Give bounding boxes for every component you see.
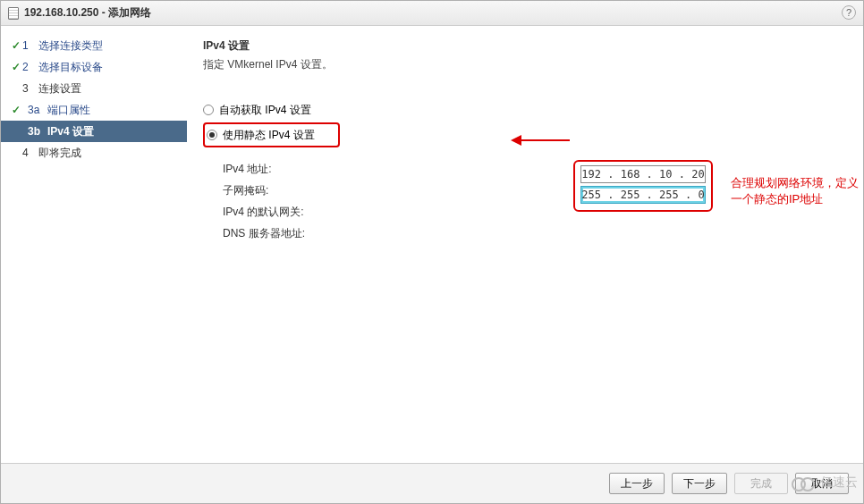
- input-subnet-mask[interactable]: 255 . 255 . 255 . 0: [580, 186, 706, 204]
- titlebar: 192.168.10.250 - 添加网络 ?: [1, 1, 863, 26]
- check-icon: ✓: [10, 104, 22, 116]
- annotation-box-radio: 使用静态 IPv4 设置: [203, 122, 340, 147]
- annotation-text: 合理规划网络环境，定义一个静态的IP地址: [731, 175, 863, 207]
- watermark-text: 亿速云: [820, 475, 858, 491]
- label-subnet-mask: 子网掩码:: [223, 183, 366, 198]
- step-num: 4: [22, 147, 38, 159]
- check-icon: ✓: [10, 39, 22, 52]
- watermark: 亿速云: [792, 475, 858, 491]
- step-label: IPv4 设置: [47, 124, 94, 139]
- radio-static-row[interactable]: 使用静态 IPv4 设置: [207, 126, 315, 144]
- step-label: 端口属性: [47, 103, 90, 118]
- svg-marker-1: [511, 135, 521, 146]
- step-num: 2: [22, 61, 38, 73]
- radio-auto-label: 自动获取 IPv4 设置: [219, 103, 311, 118]
- step-connection-settings[interactable]: 3 连接设置: [1, 78, 187, 99]
- label-dns-server: DNS 服务器地址:: [223, 226, 366, 241]
- step-connection-type[interactable]: ✓ 1 选择连接类型: [1, 35, 187, 56]
- radio-static-label: 使用静态 IPv4 设置: [223, 128, 315, 143]
- check-icon: ✓: [10, 61, 22, 73]
- window-title: 192.168.10.250 - 添加网络: [24, 5, 151, 21]
- content-pane: IPv4 设置 指定 VMkernel IPv4 设置。 自动获取 IPv4 设…: [187, 26, 863, 463]
- label-default-gateway: IPv4 的默认网关:: [223, 205, 366, 220]
- radio-auto-row[interactable]: 自动获取 IPv4 设置: [203, 101, 847, 119]
- dialog-body: ✓ 1 选择连接类型 ✓ 2 选择目标设备 3 连接设置 ✓ 3a 端口属性: [1, 26, 863, 464]
- step-port-properties[interactable]: ✓ 3a 端口属性: [1, 99, 187, 121]
- dialog-window: 192.168.10.250 - 添加网络 ? ✓ 1 选择连接类型 ✓ 2 选…: [0, 0, 864, 504]
- dialog-footer: 上一步 下一步 完成 取消: [1, 464, 863, 503]
- next-button[interactable]: 下一步: [672, 473, 727, 494]
- step-target-device[interactable]: ✓ 2 选择目标设备: [1, 56, 187, 78]
- step-ready-to-complete[interactable]: 4 即将完成: [1, 142, 187, 164]
- radio-icon[interactable]: [203, 105, 214, 115]
- section-title: IPv4 设置: [203, 38, 847, 54]
- finish-button: 完成: [734, 473, 788, 494]
- annotation-arrow-left-icon: [509, 131, 572, 149]
- step-ipv4-settings[interactable]: 3b IPv4 设置: [1, 121, 187, 142]
- label-ipv4-address: IPv4 地址:: [223, 162, 366, 177]
- step-num: 1: [22, 39, 38, 52]
- annotation-box-ip-fields: 192 . 168 . 10 . 20 255 . 255 . 255 . 0: [573, 160, 713, 212]
- step-num: 3a: [22, 104, 47, 116]
- step-num: 3: [22, 82, 38, 95]
- host-icon: [8, 7, 19, 20]
- radio-icon-selected[interactable]: [207, 130, 217, 140]
- step-label: 即将完成: [38, 146, 81, 161]
- section-desc: 指定 VMkernel IPv4 设置。: [203, 57, 847, 72]
- help-icon[interactable]: ?: [842, 5, 856, 20]
- wizard-sidebar: ✓ 1 选择连接类型 ✓ 2 选择目标设备 3 连接设置 ✓ 3a 端口属性: [1, 26, 187, 463]
- step-num: 3b: [22, 125, 47, 138]
- back-button[interactable]: 上一步: [609, 473, 665, 494]
- watermark-logo-icon: [792, 475, 817, 490]
- step-label: 选择目标设备: [38, 60, 103, 75]
- input-ipv4-address[interactable]: 192 . 168 . 10 . 20: [580, 165, 706, 183]
- step-label: 选择连接类型: [38, 38, 103, 54]
- step-label: 连接设置: [38, 81, 81, 97]
